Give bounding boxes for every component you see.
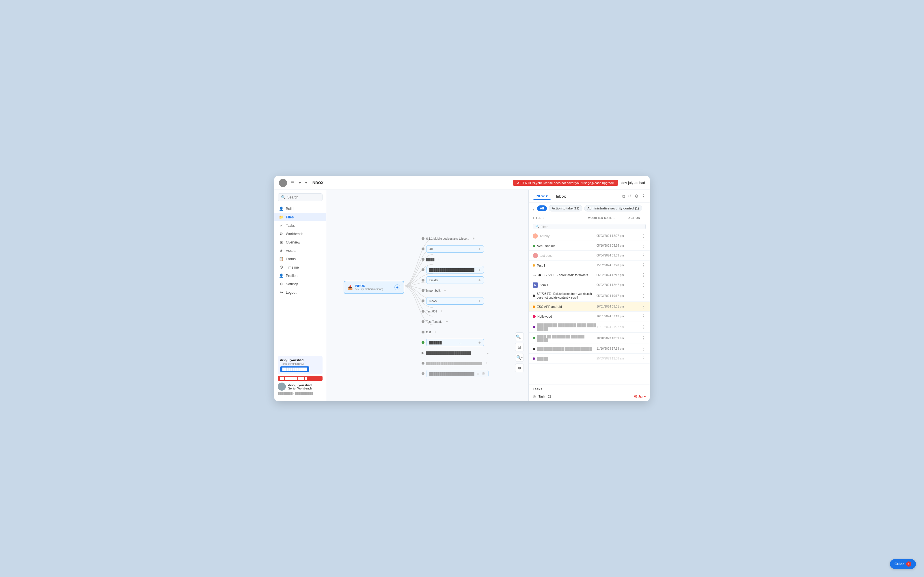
sidebar-item-files[interactable]: 📁 Files	[274, 213, 326, 221]
sidebar-item-builder[interactable]: 👤 Builder	[274, 205, 326, 213]
flow-dot	[422, 268, 425, 271]
task-check-icon[interactable]: ⊙	[533, 394, 536, 399]
flow-item-add[interactable]: +	[486, 361, 488, 365]
tab-admin[interactable]: Administrative security control (1)	[584, 205, 642, 211]
table-row[interactable]: ESC APP android 16/01/2024 05:01 pm ⋮	[529, 302, 650, 311]
row-more-button[interactable]: ⋮	[641, 293, 646, 298]
more-icon[interactable]: ⋮	[641, 193, 646, 199]
new-button[interactable]: NEW ▾	[533, 193, 551, 200]
flow-box[interactable]: ██████ … +	[426, 339, 484, 346]
flow-box[interactable]: All +	[426, 245, 484, 253]
flow-box[interactable]: Builder +	[426, 276, 484, 284]
tab-all[interactable]: All	[537, 205, 547, 211]
attention-banner[interactable]: ATTENTION,your license does not cover yo…	[513, 180, 618, 186]
inbox-node-add-button[interactable]: +	[394, 284, 400, 290]
sidebar-item-settings[interactable]: ⚙ Settings	[274, 280, 326, 288]
zoom-fit-button[interactable]: ⊡	[515, 343, 524, 351]
table-row[interactable]: M Item 1 06/02/2024 12:47 pm ⋮	[529, 280, 650, 290]
flow-box-add[interactable]: ⚙	[481, 371, 485, 376]
flow-box[interactable]: News … +	[426, 297, 484, 305]
flow-item-add[interactable]: +	[472, 237, 475, 241]
flow-item-add[interactable]: +	[446, 320, 448, 324]
table-filter[interactable]: 🔍 Filter	[533, 224, 646, 229]
row-more-button[interactable]: ⋮	[641, 233, 646, 239]
row-more-button[interactable]: ⋮	[641, 346, 646, 351]
flow-box-add[interactable]: +	[478, 340, 481, 345]
sidebar-red-badge[interactable]: ██ ██████ ███ █	[278, 376, 323, 381]
row-more-button[interactable]: ⋮	[641, 272, 646, 278]
inbox-node[interactable]: 📥 INBOX dev-july-arshad (arshad) +	[344, 281, 404, 294]
row-more-button[interactable]: ⋮	[641, 335, 646, 341]
flow-item[interactable]: News … +	[422, 297, 489, 305]
settings-icon[interactable]: ⚙	[635, 193, 638, 199]
zoom-controls: 🔍+ ⊡ 🔍- ⊕	[515, 332, 524, 372]
top-bar: ☰ ✦ ▾ INBOX ATTENTION,your license does …	[274, 176, 650, 190]
flow-box[interactable]: ██████████████████████ ⚙ ⚙	[426, 370, 489, 377]
row-more-button[interactable]: ⋮	[641, 253, 646, 258]
sidebar-item-overview[interactable]: ◉ Overview	[274, 238, 326, 247]
table-row[interactable]: AWE Booker 05/10/2023 05:35 pm ⋮	[529, 241, 650, 251]
sidebar-item-logout[interactable]: ↪ Logout	[274, 288, 326, 297]
table-row[interactable]: ████████████ ████████████ 11/10/2023 17:…	[529, 344, 650, 354]
tab-action[interactable]: Action to take (11)	[549, 205, 582, 211]
search-box[interactable]: 🔍	[278, 193, 323, 201]
flow-box-add[interactable]: +	[478, 268, 481, 272]
app-window: ☰ ✦ ▾ INBOX ATTENTION,your license does …	[274, 176, 650, 401]
guide-button[interactable]: Guide 1	[890, 559, 916, 569]
star-icon[interactable]: ✦	[298, 180, 302, 185]
flow-item-add[interactable]: +	[441, 309, 443, 313]
table-row[interactable]: Test 1 15/02/2024 07:28 pm ⋮	[529, 261, 650, 270]
sidebar-item-timeline[interactable]: ⏱ Timeline	[274, 263, 326, 271]
flow-box-add[interactable]: +	[478, 298, 481, 303]
recenter-button[interactable]: ⊕	[515, 364, 524, 372]
row-more-button[interactable]: ⋮	[641, 282, 646, 288]
sidebar-item-profiles[interactable]: 👤 Profiles	[274, 271, 326, 280]
table-row[interactable]: ████ ██ ████████ ██████ █████ 18/10/2023…	[529, 333, 650, 344]
zoom-out-button[interactable]: 🔍-	[515, 353, 524, 362]
flow-item-add[interactable]: +	[444, 288, 446, 293]
sidebar-item-forms[interactable]: 📋 Forms	[274, 255, 326, 263]
col-modified-date[interactable]: MODIFIED DATE ↓	[588, 216, 628, 219]
tab-expand-button[interactable]: ›	[533, 207, 534, 212]
sidebar-item-assets[interactable]: ◈ Assets	[274, 247, 326, 255]
zoom-in-button[interactable]: 🔍+	[515, 332, 524, 341]
flow-item[interactable]: All +	[422, 245, 489, 253]
sidebar-item-workbench[interactable]: ⚙ Workbench	[274, 230, 326, 238]
row-more-button[interactable]: ⋮	[641, 314, 646, 319]
row-more-button[interactable]: ⋮	[641, 243, 646, 248]
sidebar-label-forms: Forms	[286, 257, 296, 261]
flow-box[interactable]: ██████████████████████ +	[426, 266, 484, 274]
refresh-icon[interactable]: ↺	[628, 193, 632, 199]
table-row[interactable]: █████████ ████████ ████ ████ █████ 11/01…	[529, 321, 650, 333]
flow-item-add[interactable]: +	[438, 257, 440, 261]
row-more-button[interactable]: ⋮	[641, 324, 646, 330]
row-more-button[interactable]: ⋮	[641, 356, 646, 361]
flow-item[interactable]: ██████████████████████ ⚙ ⚙	[422, 369, 489, 378]
search-input[interactable]	[287, 195, 319, 199]
flow-box-add[interactable]: +	[478, 247, 481, 251]
task-row[interactable]: ⊙ Task - 22 06 Jan –	[533, 393, 646, 400]
table-row[interactable]: test docs 08/04/2024 03:53 pm ⋮	[529, 251, 650, 261]
flow-dot	[422, 248, 425, 250]
flow-item[interactable]: ██████ … +	[422, 338, 489, 347]
flow-item-add[interactable]: +	[434, 330, 436, 334]
copy-icon[interactable]: ⧉	[622, 193, 625, 199]
flow-item[interactable]: Builder +	[422, 276, 489, 284]
row-more-button[interactable]: ⋮	[641, 304, 646, 309]
menu-icon[interactable]: ☰	[291, 180, 294, 185]
flow-item[interactable]: ██████████████████████ +	[422, 266, 489, 274]
table-row[interactable]: Antony 05/03/2024 12:07 pm ⋮	[529, 231, 650, 241]
chevron-down-icon[interactable]: ▾	[305, 181, 307, 185]
flow-box-add[interactable]: +	[478, 278, 481, 282]
table-header: TITLE ↓ MODIFIED DATE ↓ ACTION	[529, 214, 650, 222]
row-more-button[interactable]: ⋮	[641, 263, 646, 268]
col-title[interactable]: TITLE ↓	[533, 216, 588, 219]
table-row[interactable]: █████ 25/09/2023 12:08 am ⋮	[529, 354, 650, 364]
sidebar-item-tasks[interactable]: ✓ Tasks	[274, 221, 326, 230]
flow-item-text: test	[426, 330, 431, 334]
sidebar-blue-btn[interactable]: ████████████	[280, 366, 309, 372]
table-row[interactable]: ⇒ BF-729 FE - show tooltip for folders 0…	[529, 270, 650, 280]
table-row[interactable]: Hollywood 16/01/2024 07:13 pm ⋮	[529, 311, 650, 321]
table-row[interactable]: BF-728 FE - Delete button from workbench…	[529, 290, 650, 302]
guide-badge: 1	[906, 561, 911, 567]
